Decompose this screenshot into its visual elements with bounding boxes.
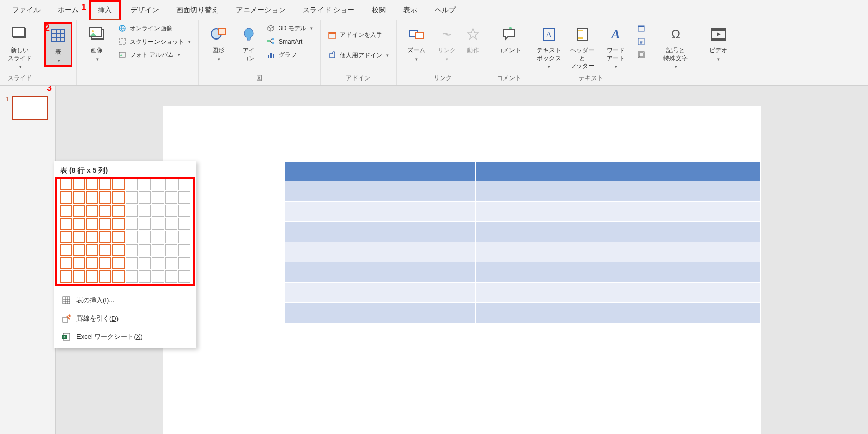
grid-cell[interactable] <box>178 231 190 243</box>
grid-cell[interactable] <box>99 178 111 190</box>
grid-cell[interactable] <box>126 205 138 217</box>
textbox-button[interactable]: A テキスト ボックス ▾ <box>533 22 565 71</box>
grid-cell[interactable] <box>73 178 85 190</box>
grid-cell[interactable] <box>126 244 138 256</box>
grid-cell[interactable] <box>178 218 190 230</box>
grid-cell[interactable] <box>165 178 177 190</box>
photo-album-button[interactable]: フォト アルバム ▾ <box>114 49 194 61</box>
grid-cell[interactable] <box>73 205 85 217</box>
grid-cell[interactable] <box>165 270 177 283</box>
comment-button[interactable]: コメント <box>493 22 525 57</box>
grid-cell[interactable] <box>152 205 164 217</box>
grid-cell[interactable] <box>73 191 85 204</box>
grid-cell[interactable] <box>99 244 111 256</box>
grid-cell[interactable] <box>152 231 164 243</box>
new-slide-button[interactable]: 新しい スライド ▾ <box>4 22 35 71</box>
grid-cell[interactable] <box>152 257 164 269</box>
grid-cell[interactable] <box>99 205 111 217</box>
insert-table-item[interactable]: 表の挿入(I)... <box>54 291 196 309</box>
grid-cell[interactable] <box>86 218 98 230</box>
grid-cell[interactable] <box>112 270 125 283</box>
grid-cell[interactable] <box>99 191 111 204</box>
grid-cell[interactable] <box>126 231 138 243</box>
icons-button[interactable]: アイ コン <box>236 22 261 64</box>
tab-slideshow[interactable]: スライド ショー <box>296 2 362 19</box>
draw-table-item[interactable]: 罫線を引く(D) <box>54 309 196 328</box>
grid-cell[interactable] <box>73 257 85 269</box>
grid-cell[interactable] <box>165 205 177 217</box>
grid-cell[interactable] <box>139 178 151 190</box>
slide[interactable] <box>163 106 761 434</box>
grid-cell[interactable] <box>165 191 177 204</box>
grid-cell[interactable] <box>112 231 125 243</box>
object-button[interactable] <box>634 49 649 61</box>
grid-cell[interactable] <box>112 257 125 269</box>
grid-cell[interactable] <box>139 191 151 204</box>
pictures-button[interactable]: 画像 ▾ <box>81 22 112 64</box>
video-button[interactable]: ビデオ ▾ <box>702 22 734 64</box>
grid-cell[interactable] <box>165 244 177 256</box>
grid-cell[interactable] <box>126 178 138 190</box>
table-size-grid[interactable] <box>60 178 190 283</box>
grid-cell[interactable] <box>178 257 190 269</box>
grid-cell[interactable] <box>60 178 72 190</box>
grid-cell[interactable] <box>165 231 177 243</box>
excel-worksheet-item[interactable]: X Excel ワークシート(X) <box>54 328 196 346</box>
grid-cell[interactable] <box>86 205 98 217</box>
grid-cell[interactable] <box>73 270 85 283</box>
grid-cell[interactable] <box>60 205 72 217</box>
grid-cell[interactable] <box>152 191 164 204</box>
grid-cell[interactable] <box>60 244 72 256</box>
wordart-button[interactable]: A ワード アート ▾ <box>600 22 632 71</box>
grid-cell[interactable] <box>152 270 164 283</box>
grid-cell[interactable] <box>99 270 111 283</box>
grid-cell[interactable] <box>99 218 111 230</box>
grid-cell[interactable] <box>112 191 125 204</box>
grid-cell[interactable] <box>178 270 190 283</box>
preview-table[interactable] <box>285 162 761 323</box>
grid-cell[interactable] <box>73 244 85 256</box>
grid-cell[interactable] <box>139 270 151 283</box>
screenshot-button[interactable]: スクリーンショット ▾ <box>114 35 194 48</box>
tab-animation[interactable]: アニメーション <box>229 2 293 19</box>
grid-cell[interactable] <box>86 257 98 269</box>
grid-cell[interactable] <box>152 218 164 230</box>
tab-file[interactable]: ファイル <box>5 2 48 19</box>
symbol-button[interactable]: Ω 記号と 特殊文字 ▾ <box>657 22 694 71</box>
shapes-button[interactable]: 図形 ▾ <box>203 22 234 64</box>
grid-cell[interactable] <box>178 178 190 190</box>
grid-cell[interactable] <box>152 178 164 190</box>
grid-cell[interactable] <box>86 231 98 243</box>
grid-cell[interactable] <box>99 231 111 243</box>
grid-cell[interactable] <box>126 270 138 283</box>
grid-cell[interactable] <box>139 218 151 230</box>
zoom-button[interactable]: ズーム ▾ <box>401 22 432 64</box>
grid-cell[interactable] <box>139 205 151 217</box>
grid-cell[interactable] <box>139 257 151 269</box>
grid-cell[interactable] <box>86 244 98 256</box>
slidenumber-button[interactable]: # <box>634 35 649 48</box>
grid-cell[interactable] <box>165 257 177 269</box>
model3d-button[interactable]: 3D モデル ▾ <box>263 22 316 34</box>
grid-cell[interactable] <box>112 218 125 230</box>
grid-cell[interactable] <box>60 191 72 204</box>
grid-cell[interactable] <box>165 218 177 230</box>
online-pictures-button[interactable]: オンライン画像 <box>114 22 194 34</box>
link-button[interactable]: リンク ▾ <box>434 22 459 64</box>
grid-cell[interactable] <box>152 244 164 256</box>
tab-help[interactable]: ヘルプ <box>427 2 463 19</box>
grid-cell[interactable] <box>112 205 125 217</box>
tab-design[interactable]: デザイン <box>124 2 166 19</box>
grid-cell[interactable] <box>73 231 85 243</box>
action-button[interactable]: 動作 <box>461 22 485 57</box>
chart-button[interactable]: グラフ <box>263 49 316 61</box>
grid-cell[interactable] <box>112 244 125 256</box>
grid-cell[interactable] <box>139 244 151 256</box>
my-addins-button[interactable]: 個人用アドイン ▾ <box>325 49 392 61</box>
grid-cell[interactable] <box>86 178 98 190</box>
grid-cell[interactable] <box>99 257 111 269</box>
smartart-button[interactable]: SmartArt <box>263 35 316 48</box>
grid-cell[interactable] <box>60 231 72 243</box>
tab-transition[interactable]: 画面切り替え <box>169 2 226 19</box>
grid-cell[interactable] <box>178 191 190 204</box>
